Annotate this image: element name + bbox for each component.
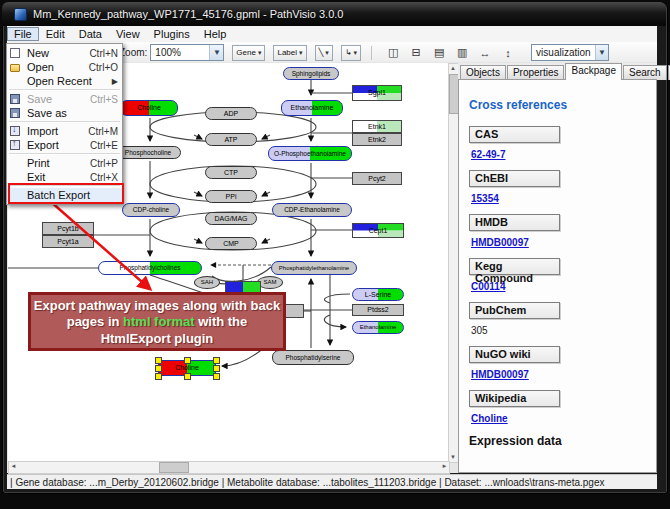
menubar-item-view[interactable]: View xyxy=(109,27,147,41)
line-tool-button[interactable]: ╲ ▾ xyxy=(315,45,333,61)
menubar-item-file[interactable]: File xyxy=(7,27,39,41)
node-phosphatidylcholines[interactable]: Phosphatidylcholines xyxy=(98,261,202,275)
menubar-item-edit[interactable]: Edit xyxy=(39,27,72,41)
node-ethanolamine-top[interactable]: Ethanolamine xyxy=(281,100,343,116)
menu-separator xyxy=(9,121,120,123)
section-link-wikipedia[interactable]: Choline xyxy=(471,413,656,424)
connector-tool-button[interactable]: ↳ ▾ xyxy=(341,45,361,61)
scroll-right-icon[interactable]: ► xyxy=(440,462,449,471)
scroll-left-icon[interactable]: ◄ xyxy=(9,462,18,471)
node-partially-hidden-box[interactable] xyxy=(284,304,304,318)
node-cept1[interactable]: Cept1 xyxy=(352,223,404,238)
node-cmp[interactable]: CMP xyxy=(205,237,257,250)
node-ppi[interactable]: PPi xyxy=(205,190,257,203)
node-ethanolamine-bottom[interactable]: Ethanolamine xyxy=(352,321,404,334)
selection-handle[interactable] xyxy=(213,365,220,372)
menubar-item-data[interactable]: Data xyxy=(72,27,109,41)
visualization-dropdown-icon[interactable]: ▼ xyxy=(595,45,609,60)
node-pcyt1b[interactable]: Pcyt1b xyxy=(42,222,94,235)
align-vertical-center-button[interactable]: ⊟ xyxy=(407,45,425,60)
section-value-pubchem: 305 xyxy=(471,325,656,336)
selection-handle[interactable] xyxy=(213,373,220,380)
selection-handle[interactable] xyxy=(155,357,162,364)
node-pcyt2[interactable]: Pcyt2 xyxy=(352,172,402,185)
node-cdp-ethanolamine[interactable]: CDP-Ethanolamine xyxy=(272,203,352,217)
node-label: ATP xyxy=(224,136,237,143)
section-header-cas: CAS xyxy=(469,126,560,143)
node-dag-mag[interactable]: DAG/MAG xyxy=(205,212,257,225)
label-dropdown-icon[interactable]: ▾ xyxy=(299,49,303,57)
node-o-phosphoethanolamine[interactable]: O-Phosphoethanolamine xyxy=(268,146,352,161)
node-sphingolipids[interactable]: Sphingolipids xyxy=(283,67,339,80)
node-phosphatidylserine[interactable]: Phosphatidylserine xyxy=(272,350,354,365)
node-etnk1[interactable]: Etnk1 xyxy=(352,120,402,133)
selection-handle[interactable] xyxy=(184,357,191,364)
node-label: DAG/MAG xyxy=(214,215,247,222)
section-link-chebi[interactable]: 15354 xyxy=(471,193,656,204)
section-link-hmdb[interactable]: HMDB00097 xyxy=(471,237,656,248)
selection-handle[interactable] xyxy=(213,357,220,364)
align-horizontal-center-button[interactable]: ◫ xyxy=(384,45,402,60)
node-etnk2[interactable]: Etnk2 xyxy=(352,133,402,146)
node-pcyt1a[interactable]: Pcyt1a xyxy=(42,235,94,248)
line-dropdown-icon[interactable]: ▾ xyxy=(325,49,329,57)
zoom-label: Zoom: xyxy=(119,47,147,58)
node-ptdss2[interactable]: Ptdss2 xyxy=(352,304,404,316)
stack-horizontal-button[interactable]: ▥ xyxy=(453,45,471,60)
cross-references-sections: CAS62-49-7ChEBI15354HMDBHMDB00097Kegg Co… xyxy=(469,126,656,424)
file-menu-item-save-as[interactable]: Save as xyxy=(7,106,122,120)
section-link-nugo-wiki[interactable]: HMDB00097 xyxy=(471,369,656,380)
selection-handle[interactable] xyxy=(155,365,162,372)
file-menu-item-new[interactable]: NewCtrl+N xyxy=(7,46,122,60)
expression-data-heading: Expression data xyxy=(469,434,656,448)
selection-handle[interactable] xyxy=(155,373,162,380)
node-cdp-choline[interactable]: CDP-choline xyxy=(122,203,180,217)
scroll-down-icon[interactable]: ▼ xyxy=(449,453,457,462)
node-choline-top[interactable]: Choline xyxy=(120,100,178,116)
node-sah[interactable]: SAH xyxy=(194,276,220,289)
common-height-button[interactable]: ↕ xyxy=(499,45,517,60)
scroll-up-icon[interactable]: ▲ xyxy=(449,64,457,73)
tab-backpage[interactable]: Backpage xyxy=(565,63,621,80)
file-menu-item-export[interactable]: ExportCtrl+E xyxy=(7,138,122,152)
file-menu-item-print[interactable]: PrintCtrl+P xyxy=(7,156,122,170)
section-link-kegg-compound[interactable]: C00114 xyxy=(471,281,656,292)
visualization-combobox[interactable]: visualization ▼ xyxy=(531,44,609,61)
node-l-serine[interactable]: L-Serine xyxy=(352,288,404,301)
horizontal-scroll-thumb[interactable] xyxy=(159,462,189,473)
file-menu-item-exit[interactable]: ExitCtrl+X xyxy=(7,170,122,184)
zoom-combobox[interactable]: 100% ▼ xyxy=(150,44,224,61)
node-phosphatidylethanolamine[interactable]: Phosphatidylethanolamine xyxy=(271,261,357,275)
node-phosphocholine[interactable]: Phosphocholine xyxy=(115,146,181,159)
section-link-cas[interactable]: 62-49-7 xyxy=(471,149,656,160)
tab-properties[interactable]: Properties xyxy=(507,65,565,80)
gene-dropdown-icon[interactable]: ▾ xyxy=(258,49,262,57)
zoom-dropdown-icon[interactable]: ▼ xyxy=(209,45,223,60)
floppy-disk-icon xyxy=(10,108,20,118)
title-bar[interactable]: Mm_Kennedy_pathway_WP1771_45176.gpml - P… xyxy=(2,2,666,26)
node-label: Choline xyxy=(137,104,161,111)
backpage-panel[interactable]: Cross references CAS62-49-7ChEBI15354HMD… xyxy=(458,79,657,473)
node-adp[interactable]: ADP xyxy=(205,107,257,120)
selection-handle[interactable] xyxy=(184,373,191,380)
section-kegg-compound: Kegg CompoundC00114 xyxy=(469,258,656,292)
file-menu-item-import[interactable]: ImportCtrl+M xyxy=(7,124,122,138)
node-ctp[interactable]: CTP xyxy=(205,166,257,179)
stack-vertical-button[interactable]: ▤ xyxy=(430,45,448,60)
canvas-horizontal-scrollbar[interactable]: ◄ ► xyxy=(8,461,450,474)
tab-search[interactable]: Search xyxy=(623,65,667,80)
menubar-item-plugins[interactable]: Plugins xyxy=(147,27,197,41)
connector-dropdown-icon[interactable]: ▾ xyxy=(354,49,358,57)
node-sgpl1[interactable]: Sgpl1 xyxy=(352,85,402,101)
add-gene-button[interactable]: Gene ▾ xyxy=(232,45,265,61)
common-width-button[interactable]: ↔ xyxy=(476,45,494,60)
menubar-item-help[interactable]: Help xyxy=(197,27,234,41)
tab-objects[interactable]: Objects xyxy=(460,65,506,80)
node-atp[interactable]: ATP xyxy=(205,133,257,146)
node-label: Sphingolipids xyxy=(292,70,331,77)
add-label-button[interactable]: Label ▾ xyxy=(273,45,306,61)
file-menu-item-open[interactable]: OpenCtrl+O xyxy=(7,60,122,74)
node-label: CTP xyxy=(224,169,238,176)
node-label: Ethanolamine xyxy=(291,104,334,111)
file-menu-item-open-recent[interactable]: Open Recent▶ xyxy=(7,74,122,88)
